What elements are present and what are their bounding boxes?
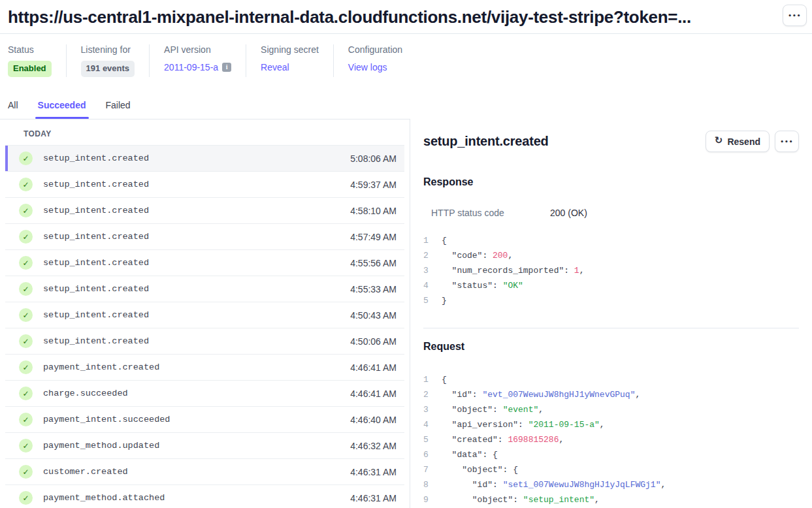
event-time: 4:50:06 AM	[350, 336, 397, 347]
code-token: "created":	[442, 435, 508, 445]
request-code-block: 1{2 "id": "evt_007WewuJW8hgHJ1yWnevGPuq"…	[423, 372, 799, 507]
code-token: ,	[538, 405, 544, 415]
ellipsis-icon: •••	[780, 138, 793, 145]
code-text: "object": {	[442, 462, 518, 477]
detail-title: setup_intent.created	[423, 134, 549, 149]
object-id-link[interactable]: "evt_007WewuJW8hgHJ1yWnevGPuq"	[482, 390, 635, 400]
event-name: payment_method.updated	[43, 441, 350, 451]
event-row[interactable]: ✓customer.created4:46:31 AM	[5, 459, 404, 485]
event-row[interactable]: ✓payment_intent.succeeded4:46:40 AM	[5, 407, 404, 433]
check-icon: ✓	[19, 413, 33, 426]
check-icon: ✓	[19, 256, 33, 270]
check-icon: ✓	[19, 204, 33, 217]
event-time: 4:59:37 AM	[350, 180, 397, 190]
event-time: 5:08:06 AM	[350, 153, 397, 164]
meta-value: 191 events	[81, 61, 135, 77]
event-row[interactable]: ✓payment_method.updated4:46:32 AM	[5, 433, 404, 459]
reveal-link[interactable]: Reveal	[261, 61, 289, 74]
code-text: "status": "OK"	[442, 278, 523, 293]
line-number: 4	[423, 417, 433, 432]
code-line: 1{	[423, 372, 799, 387]
code-text: }	[442, 293, 447, 308]
event-row[interactable]: ✓setup_intent.created4:55:56 AM	[5, 250, 404, 276]
code-token: ,	[600, 420, 605, 430]
resend-label: Resend	[727, 136, 760, 147]
page-title: https://us-central1-mixpanel-internal-da…	[8, 5, 691, 29]
code-token: ,	[660, 480, 666, 490]
event-row[interactable]: ✓setup_intent.created4:57:49 AM	[5, 224, 404, 250]
check-icon: ✓	[19, 282, 33, 296]
code-token: "id":	[442, 390, 482, 400]
meta-value: Enabled	[8, 61, 52, 77]
code-token: "2011-09-15-a"	[528, 420, 600, 430]
event-row[interactable]: ✓payment_intent.created4:46:41 AM	[5, 355, 404, 381]
event-row[interactable]: ✓setup_intent.created5:08:06 AM	[5, 146, 404, 172]
status-badge: Enabled	[8, 61, 52, 77]
check-icon: ✓	[19, 491, 33, 505]
meta-item-status: StatusEnabled	[8, 44, 66, 77]
code-text: "data": {	[442, 447, 498, 462]
resend-button[interactable]: ↻ Resend	[706, 131, 770, 152]
code-token: ,	[579, 266, 585, 276]
page-overflow-button[interactable]: •••	[783, 5, 807, 26]
refresh-icon: ↻	[715, 136, 723, 146]
event-row[interactable]: ✓charge.succeeded4:46:41 AM	[5, 381, 404, 407]
detail-actions: ↻ Resend •••	[706, 131, 799, 152]
code-token: "OK"	[503, 281, 523, 291]
code-line: 5}	[423, 293, 799, 308]
tab-all[interactable]: All	[8, 100, 18, 119]
request-heading: Request	[423, 341, 799, 353]
code-line: 5 "created": 1698815286,	[423, 432, 799, 447]
tab-succeeded[interactable]: Succeeded	[38, 100, 86, 119]
line-number: 7	[423, 462, 433, 477]
code-text: "api_version": "2011-09-15-a",	[442, 417, 605, 432]
event-time: 4:46:32 AM	[350, 441, 397, 451]
event-name: setup_intent.created	[43, 258, 350, 268]
code-line: 7 "object": {	[423, 462, 799, 477]
tab-failed[interactable]: Failed	[106, 100, 131, 119]
code-line: 4 "api_version": "2011-09-15-a",	[423, 417, 799, 432]
event-row[interactable]: ✓setup_intent.created4:59:37 AM	[5, 172, 404, 198]
event-time: 4:55:33 AM	[350, 284, 397, 294]
ellipsis-icon: •••	[788, 12, 801, 19]
code-token: "object":	[442, 495, 523, 505]
meta-label: Configuration	[348, 44, 402, 56]
event-row[interactable]: ✓setup_intent.created4:50:06 AM	[5, 328, 404, 355]
meta-label: Status	[8, 44, 52, 56]
event-row[interactable]: ✓setup_intent.created4:50:43 AM	[5, 302, 404, 328]
event-row[interactable]: ✓payment_method.attached4:46:31 AM	[5, 485, 404, 508]
object-id-link[interactable]: "seti_007WewuJW8hgHJ1yJqLFWGj1"	[503, 480, 661, 490]
code-token: {	[442, 375, 447, 385]
code-token: 200	[493, 251, 508, 261]
event-time: 4:46:40 AM	[350, 415, 397, 425]
event-row[interactable]: ✓setup_intent.created4:58:10 AM	[5, 198, 404, 224]
code-line: 6 "data": {	[423, 447, 799, 462]
detail-overflow-button[interactable]: •••	[775, 131, 799, 152]
event-name: setup_intent.created	[43, 232, 350, 242]
event-time: 4:50:43 AM	[350, 310, 397, 321]
event-name: charge.succeeded	[43, 389, 350, 398]
meta-item-api-version: API version2011-09-15-ai	[149, 44, 246, 77]
code-token: 1698815286	[508, 435, 559, 445]
code-token: ,	[508, 251, 513, 261]
code-line: 1{	[423, 233, 799, 248]
code-text: "num_records_imported": 1,	[442, 263, 584, 278]
meta-label: API version	[164, 44, 231, 56]
section-divider	[423, 328, 799, 328]
info-icon[interactable]: i	[222, 63, 231, 72]
code-token: ,	[559, 435, 564, 445]
meta-item-listening-for: Listening for191 events	[66, 44, 150, 77]
event-name: setup_intent.created	[43, 206, 350, 215]
view-logs-link[interactable]: View logs	[348, 61, 387, 74]
event-row[interactable]: ✓setup_intent.created4:55:33 AM	[5, 276, 404, 302]
2011-09-15-a-link[interactable]: 2011-09-15-a	[164, 61, 218, 74]
code-line: 2 "code": 200,	[423, 248, 799, 263]
http-status-value: 200 (OK)	[550, 208, 587, 218]
line-number: 3	[423, 263, 433, 278]
filter-tabs: AllSucceededFailed	[0, 100, 812, 119]
code-token: 1	[574, 266, 579, 276]
code-line: 8 "id": "seti_007WewuJW8hgHJ1yJqLFWGj1",	[423, 477, 799, 492]
code-line: 9 "object": "setup_intent",	[423, 492, 799, 507]
line-number: 1	[423, 233, 433, 248]
code-token: "event"	[503, 405, 539, 415]
